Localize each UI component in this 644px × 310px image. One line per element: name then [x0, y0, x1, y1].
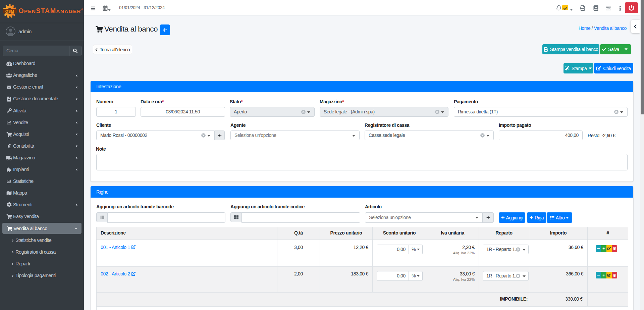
svg-text:OSM: OSM	[5, 9, 14, 13]
